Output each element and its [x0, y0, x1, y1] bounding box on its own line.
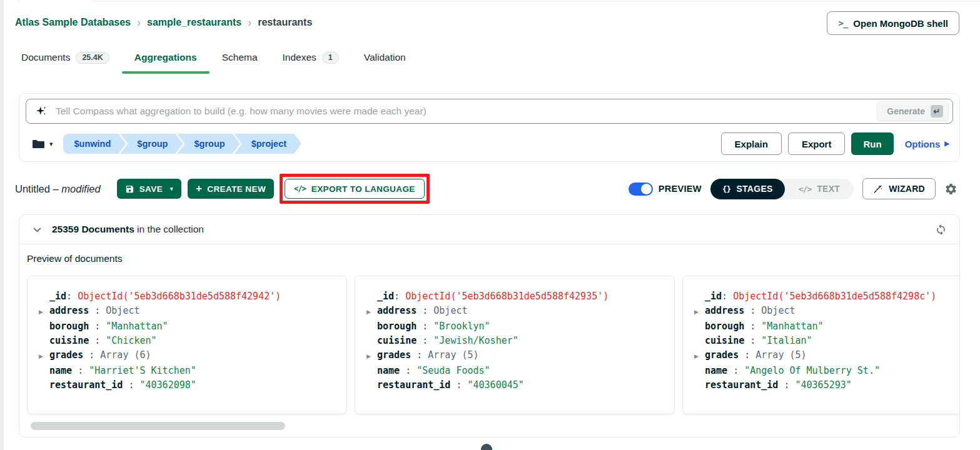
documents-count-bold: 25359 Documents	[52, 224, 134, 234]
field-separator: :	[72, 365, 89, 376]
field-value: ObjectId('5eb3d668b31de5d588f4298c')	[733, 291, 936, 302]
export-button[interactable]: Export	[788, 132, 846, 155]
braces-icon: {}	[722, 184, 731, 194]
pipeline-save-row: Untitled – modified SAVE ▾ + CREATE NEW …	[15, 176, 961, 202]
field-separator: :	[778, 379, 795, 391]
field-separator: :	[744, 335, 761, 346]
expand-caret-icon[interactable]: ▶	[694, 349, 705, 364]
field-key: borough	[377, 321, 417, 332]
settings-gear-icon[interactable]	[944, 182, 957, 196]
pipeline-stage-project[interactable]: $project	[235, 134, 301, 154]
breadcrumb-item-atlas-sample-databases[interactable]: Atlas Sample Databases	[15, 17, 131, 28]
field-value: "Seuda Foods"	[417, 365, 490, 376]
tab-aggregations[interactable]: Aggregations	[134, 49, 197, 66]
field-value: "Italian"	[761, 335, 812, 346]
field-key: cuisine	[705, 335, 744, 346]
field-separator: :	[394, 291, 405, 302]
save-label: SAVE	[139, 184, 163, 194]
field-separator: :	[83, 349, 100, 361]
ai-prompt-bar[interactable]: Generate ↵	[26, 99, 953, 124]
document-field-row: cuisine : "Chicken"	[39, 334, 346, 348]
field-key: _id	[377, 291, 394, 302]
tab-validation[interactable]: Validation	[364, 49, 406, 66]
document-field-row: name : "Seuda Foods"	[366, 364, 674, 378]
field-value: Object	[106, 305, 139, 316]
documents-preview-panel: 25359 Documents in the collection Previe…	[19, 214, 960, 438]
tab-label: Indexes	[283, 52, 316, 63]
documents-count-rest: in the collection	[134, 224, 204, 234]
field-value: "40365293"	[796, 379, 852, 391]
breadcrumb-item-restaurants[interactable]: restaurants	[258, 17, 312, 28]
field-key: grades	[705, 349, 739, 361]
field-key: name	[705, 365, 727, 376]
view-controls: PREVIEW {} STAGES </> TEXT WIZARD	[629, 178, 961, 199]
export-to-language-label: EXPORT TO LANGUAGE	[311, 184, 415, 194]
open-mongodb-shell-button[interactable]: >_ Open MongoDB shell	[827, 11, 959, 35]
pipeline-title: Untitled	[15, 183, 50, 194]
breadcrumb-separator-icon: ›	[137, 17, 141, 28]
generate-button[interactable]: Generate ↵	[877, 101, 949, 121]
wand-icon	[873, 184, 882, 194]
breadcrumb-item-sample-restaurants[interactable]: sample_restaurants	[147, 17, 241, 28]
create-new-button[interactable]: + CREATE NEW	[188, 179, 274, 199]
field-key: _id	[705, 291, 722, 302]
run-button[interactable]: Run	[851, 132, 893, 155]
expand-caret-icon[interactable]: ▶	[366, 305, 377, 319]
refresh-icon[interactable]	[935, 224, 947, 236]
field-key: borough	[705, 321, 744, 332]
preview-of-documents-label: Preview of documents	[27, 253, 959, 264]
field-value: "40360045"	[468, 379, 524, 391]
expand-caret-icon[interactable]: ▶	[39, 305, 49, 319]
field-separator: :	[417, 335, 433, 346]
pipeline-title-dash: –	[50, 183, 61, 194]
expand-caret-icon[interactable]: ▶	[39, 349, 49, 364]
collapse-chevron-icon[interactable]	[32, 224, 43, 235]
scroll-indicator[interactable]	[481, 444, 492, 450]
create-new-label: CREATE NEW	[207, 184, 266, 194]
pipeline-toolbar-card: Generate ↵ ▾ $unwind$group$group$project…	[19, 93, 960, 162]
field-value: Array (5)	[428, 349, 478, 361]
field-value: ObjectId('5eb3d668b31de5d588f42935')	[405, 291, 609, 302]
document-field-row: ▶address : Object	[366, 304, 674, 319]
tab-schema[interactable]: Schema	[222, 49, 258, 66]
pipeline-stage-group[interactable]: $group	[120, 134, 183, 154]
breadcrumb-separator-icon: ›	[248, 17, 251, 28]
document-field-row: ▶grades : Array (5)	[366, 348, 674, 364]
field-key: name	[49, 365, 72, 376]
explain-button[interactable]: Explain	[721, 132, 782, 155]
document-field-row: _id: ObjectId('5eb3d668b31de5d588f42935'…	[366, 289, 674, 304]
field-key: grades	[49, 349, 83, 361]
text-view-segment[interactable]: </> TEXT	[785, 184, 854, 194]
field-value: "Brooklyn"	[433, 321, 490, 332]
collection-tab-bar: Documents25.4KAggregationsSchemaIndexes1…	[21, 46, 406, 69]
options-link[interactable]: Options ▶	[905, 139, 949, 149]
field-value: "Angelo Of Mulberry St."	[744, 365, 880, 376]
field-value: Object	[761, 305, 795, 316]
expand-caret-icon[interactable]: ▶	[366, 349, 377, 364]
pipeline-folder-menu[interactable]: ▾	[32, 139, 53, 149]
expand-caret-icon[interactable]: ▶	[694, 305, 705, 319]
preview-toggle[interactable]	[629, 182, 653, 196]
tab-label: Schema	[222, 52, 258, 63]
pipeline-stage-group[interactable]: $group	[177, 134, 240, 154]
field-separator: :	[123, 379, 139, 391]
tab-documents[interactable]: Documents25.4K	[21, 49, 109, 66]
horizontal-scrollbar[interactable]	[31, 422, 285, 430]
field-key: name	[377, 365, 400, 376]
ai-prompt-input[interactable]	[54, 105, 869, 118]
document-field-row: name : "Harriet'S Kitchen"	[39, 364, 346, 378]
stages-text-segmented-control: {} STAGES </> TEXT	[710, 179, 854, 199]
field-value: Array (5)	[755, 349, 806, 361]
field-value: Array (6)	[100, 349, 151, 361]
tab-indexes[interactable]: Indexes1	[283, 49, 339, 66]
export-to-language-button[interactable]: </> EXPORT TO LANGUAGE	[285, 179, 425, 199]
field-key: restaurant_id	[49, 379, 123, 391]
preview-label: PREVIEW	[659, 184, 702, 194]
save-button[interactable]: SAVE ▾	[117, 179, 181, 199]
stages-view-segment[interactable]: {} STAGES	[710, 179, 785, 199]
document-field-row: restaurant_id : "40360045"	[366, 378, 674, 392]
pipeline-stage-unwind[interactable]: $unwind	[63, 134, 126, 154]
document-field-row: borough : "Manhattan"	[694, 319, 960, 334]
wizard-button[interactable]: WIZARD	[862, 178, 936, 199]
document-field-row: ▶address : Object	[694, 304, 960, 319]
